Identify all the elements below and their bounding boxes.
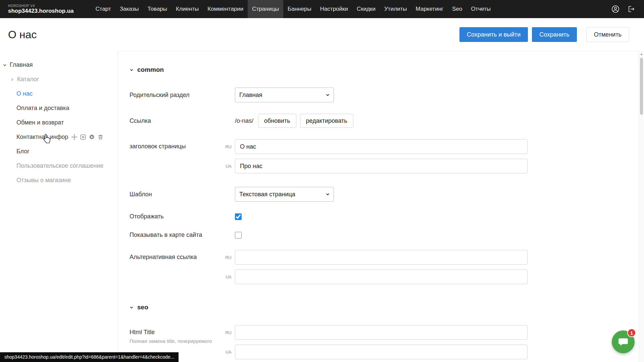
link-label: Ссылка [130,117,235,124]
chevron-right-icon[interactable] [10,77,14,82]
scrollbar-thumb[interactable] [640,58,643,115]
tree-item-label: О нас [16,90,33,97]
tree-item-label: Обмен и возврат [16,119,64,126]
sitemap-label: Показывать в карте сайта [130,231,235,239]
nav-item-banners[interactable]: Баннеры [283,0,316,18]
content-layout: Главная Каталог О нас Оплата и доставка … [0,51,644,362]
page-heading-ru-input[interactable] [235,139,528,154]
settings-gear-icon[interactable] [89,134,95,140]
chat-bubble-icon [617,336,629,348]
page-title: О нас [8,29,37,41]
lang-badge-ru: RU [221,255,232,260]
tree-item-label: Пользовательское соглашение [16,162,103,169]
section-seo-header[interactable]: seo [130,304,644,311]
nav-item-discounts[interactable]: Скидки [352,0,380,18]
cancel-button[interactable]: Отменить [586,27,629,42]
display-checkbox[interactable] [235,213,242,220]
tree-item-label: Отзывы о магазине [16,177,71,184]
tree-item-otzyvy[interactable]: Отзывы о магазине [0,173,118,188]
nav-item-comments[interactable]: Комментарии [203,0,248,18]
tree-item-actions [71,134,103,140]
form-row-sitemap: Показывать в карте сайта [130,231,644,239]
form-row-link: Ссылка /o-nas/ обновить редактировать [130,114,644,128]
page-header: О нас Сохранить и выйти Сохранить Отмени… [0,18,644,51]
logout-icon[interactable] [627,5,635,13]
page-edit-form: common Родительский раздел Главная Ссылк… [118,51,644,362]
top-navbar: HOROSHOP V4 shop34423.horoshop.ua Старт … [0,0,644,18]
form-row-parent-section: Родительский раздел Главная [130,88,644,102]
tree-item-o-nas[interactable]: О нас [0,87,118,101]
move-icon[interactable] [71,134,77,140]
page-heading-label: заголовок страницы [130,139,235,150]
tree-item-obmen[interactable]: Обмен и возврат [0,115,118,130]
tree-item-glavnaya[interactable]: Главная [0,58,118,72]
chevron-down-icon[interactable] [3,63,7,67]
nav-item-start[interactable]: Старт [91,0,115,18]
tree-item-kontaktnaya[interactable]: Контактная инфор [0,130,118,144]
sitemap-checkbox[interactable] [235,232,242,239]
alt-link-ua-input[interactable] [235,269,528,284]
tree-item-label: Контактная инфор [16,134,68,141]
chevron-down-icon [130,68,134,72]
tree-item-label: Главная [10,61,33,68]
alt-link-ru-input[interactable] [235,250,528,265]
nav-item-clients[interactable]: Клиенты [171,0,203,18]
add-page-icon[interactable] [80,134,86,140]
tree-item-katalog[interactable]: Каталог [0,72,118,87]
pages-tree-sidebar: Главная Каталог О нас Оплата и доставка … [0,51,118,362]
form-row-page-heading: заголовок страницы RU UA [130,139,644,173]
template-label: Шаблон [130,191,235,198]
lang-badge-ua: UA [221,274,232,279]
display-label: Отображать [130,213,235,220]
tree-item-oplata[interactable]: Оплата и доставка [0,101,118,115]
chat-unread-badge: 1 [627,328,636,337]
nav-item-products[interactable]: Товары [143,0,171,18]
page-heading-ua-input[interactable] [235,159,528,173]
save-button[interactable]: Сохранить [532,27,577,42]
nav-item-pages[interactable]: Страницы [248,0,283,18]
html-title-ru-input[interactable] [235,325,528,340]
lang-badge-ua: UA [221,164,232,169]
nav-item-orders[interactable]: Заказы [115,0,143,18]
link-refresh-button[interactable]: обновить [258,114,296,128]
chevron-down-icon [130,305,134,309]
save-and-exit-button[interactable]: Сохранить и выйти [459,27,528,42]
link-path-value: /o-nas/ [235,117,253,124]
tree-item-blog[interactable]: Блог [0,144,118,159]
tree-item-soglashenie[interactable]: Пользовательское соглашение [0,159,118,173]
brand[interactable]: HOROSHOP V4 shop34423.horoshop.ua [8,4,74,14]
nav-right-icons [602,5,644,13]
brand-domain: shop34423.horoshop.ua [8,8,74,14]
alt-link-label: Альтернативная ссылка [130,250,235,261]
nav-item-settings[interactable]: Настройки [316,0,352,18]
parent-section-label: Родительский раздел [130,92,235,99]
nav-item-utilities[interactable]: Утилиты [380,0,411,18]
chat-widget-button[interactable]: 1 [612,330,635,353]
lang-badge-ua: UA [221,350,232,355]
user-account-icon[interactable] [611,5,620,13]
lang-badge-ru: RU [221,144,232,149]
section-common-title: common [137,66,164,73]
parent-section-select[interactable]: Главная [235,88,334,102]
link-edit-button[interactable]: редактировать [300,114,353,128]
vertical-scrollbar[interactable]: ▲ [639,51,644,362]
tree-item-label: Оплата и доставка [16,105,69,112]
delete-trash-icon[interactable] [98,134,103,140]
nav-item-seo[interactable]: Seo [448,0,466,18]
html-title-hint: Полная замена title, генерируемого [130,338,224,344]
lang-badge-ru: RU [221,330,232,335]
header-buttons: Сохранить и выйти Сохранить Отменить [459,27,629,42]
template-select[interactable]: Текстовая страница [235,187,334,202]
form-row-display: Отображать [130,213,644,220]
html-title-ua-input[interactable] [235,345,528,359]
form-row-alt-link: Альтернативная ссылка RU UA [130,250,644,284]
tree-item-label: Каталог [17,76,39,83]
section-common-header[interactable]: common [130,66,644,73]
scroll-up-arrow[interactable]: ▲ [639,51,644,56]
nav-item-reports[interactable]: Отчеты [466,0,495,18]
tree-item-label: Блог [16,148,30,155]
brand-version: HOROSHOP V4 [8,4,74,8]
html-title-label: Html Title [130,325,235,336]
form-row-html-title: Html Title Полная замена title, генериру… [130,325,644,359]
nav-item-marketing[interactable]: Маркетинг [411,0,448,18]
